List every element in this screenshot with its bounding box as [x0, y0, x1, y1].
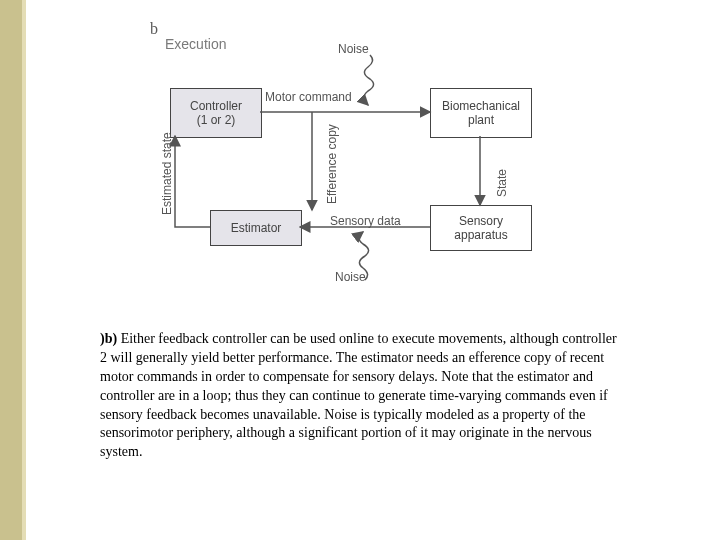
- diagram-wires: [0, 0, 720, 320]
- figure-caption: )b) Either feedback controller can be us…: [100, 330, 620, 462]
- caption-body: Either feedback controller can be used o…: [100, 331, 617, 459]
- caption-prefix: )b): [100, 331, 121, 346]
